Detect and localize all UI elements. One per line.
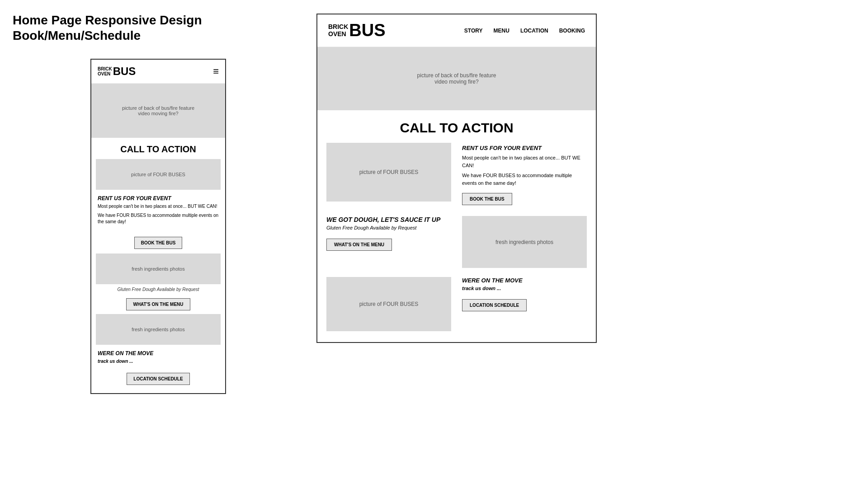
mobile-gluten-free-text: Gluten Free Dough Available by Request (91, 284, 225, 295)
nav-location[interactable]: LOCATION (520, 28, 548, 34)
mobile-brand-bus: BUS (113, 65, 136, 78)
mobile-rent-heading: RENT US FOR YOUR EVENT (98, 195, 219, 202)
desktop-location-schedule-button[interactable]: LOCATION SCHEDULE (462, 299, 527, 311)
mobile-track-text: track us down ... (98, 358, 219, 365)
desktop-gluten-text: Gluten Free Dough Available by Request (326, 225, 451, 230)
title-line2: Book/Menu/Schedule (13, 28, 141, 42)
mobile-move-section: WERE ON THE MOVE track us down ... (91, 345, 225, 369)
desktop-move-heading: WERE ON THE MOVE (462, 277, 587, 284)
mobile-brand-text: BRICKOVEN (98, 66, 112, 76)
nav-menu[interactable]: MENU (494, 28, 509, 34)
desktop-ingredients-label: fresh ingredients photos (495, 239, 553, 245)
desktop-section1: picture of FOUR BUSES RENT US FOR YOUR E… (317, 143, 596, 216)
desktop-book-bus-button[interactable]: BOOK THE BUS (462, 193, 512, 205)
mobile-cta-title: CALL TO ACTION (91, 138, 225, 159)
mobile-hero: picture of back of bus/fire feature vide… (91, 84, 225, 138)
title-line1: Home Page Responsive Design (13, 13, 202, 27)
desktop-rent-content: RENT US FOR YOUR EVENT Most people can't… (462, 143, 587, 207)
desktop-brand: BRICKOVEN BUS (328, 21, 386, 40)
desktop-brand-bus: BUS (349, 21, 385, 40)
mobile-rent-body1: Most people can't be in two places at on… (98, 203, 219, 210)
desktop-ingredients-image: fresh ingredients photos (462, 216, 587, 268)
desktop-whats-on-menu-button[interactable]: WHAT'S ON THE MENU (326, 239, 392, 251)
desktop-nav: STORY MENU LOCATION BOOKING (464, 28, 585, 34)
desktop-header: BRICKOVEN BUS STORY MENU LOCATION BOOKIN… (317, 14, 596, 47)
desktop-mockup: BRICKOVEN BUS STORY MENU LOCATION BOOKIN… (316, 14, 597, 343)
desktop-rent-body1: Most people can't be in two places at on… (462, 154, 587, 169)
hamburger-icon[interactable]: ≡ (213, 66, 219, 77)
mobile-location-schedule-button[interactable]: LOCATION SCHEDULE (127, 373, 189, 385)
nav-story[interactable]: STORY (464, 28, 483, 34)
desktop-section3: picture of FOUR BUSES WERE ON THE MOVE t… (317, 277, 596, 342)
desktop-section1-left: picture of FOUR BUSES (326, 143, 458, 207)
desktop-section2: WE GOT DOUGH, LET'S SAUCE IT UP Gluten F… (317, 216, 596, 277)
desktop-cta-title: CALL TO ACTION (317, 110, 596, 143)
desktop-four-buses-image: picture of FOUR BUSES (326, 143, 451, 202)
desktop-track-text: track us down ... (462, 286, 587, 291)
mobile-book-bus-button[interactable]: BOOK THE BUS (134, 237, 183, 249)
desktop-hero: picture of back of bus/fire feature vide… (317, 47, 596, 110)
mobile-rent-section: RENT US FOR YOUR EVENT Most people can't… (91, 190, 225, 233)
mobile-four-buses-image: picture of FOUR BUSES (96, 159, 221, 190)
desktop-section3-right: WERE ON THE MOVE track us down ... LOCAT… (458, 277, 587, 331)
desktop-hero-text: picture of back of bus/fire feature vide… (417, 72, 496, 85)
desktop-brand-text: BRICKOVEN (328, 23, 348, 38)
mobile-ingredients-image-2: fresh ingredients photos (96, 314, 221, 345)
desktop-rent-heading: RENT US FOR YOUR EVENT (462, 145, 587, 151)
mobile-move-heading: WERE ON THE MOVE (98, 350, 219, 357)
desktop-four-buses-label: picture of FOUR BUSES (359, 169, 419, 175)
mobile-rent-body2: We have FOUR BUSES to accommodate multip… (98, 212, 219, 225)
mobile-ingredients-image-1: fresh ingredients photos (96, 253, 221, 284)
mobile-brand: BRICKOVEN BUS (98, 65, 136, 78)
desktop-rent-body2: We have FOUR BUSES to accommodate multip… (462, 172, 587, 187)
mobile-four-buses-label: picture of FOUR BUSES (131, 172, 185, 177)
mobile-mockup: BRICKOVEN BUS ≡ picture of back of bus/f… (90, 59, 226, 394)
desktop-section3-left: picture of FOUR BUSES (326, 277, 451, 331)
mobile-whats-on-menu-button[interactable]: WHAT'S ON THE MENU (126, 298, 190, 310)
mobile-ingredients-label-1: fresh ingredients photos (132, 266, 184, 272)
mobile-ingredients-label-2: fresh ingredients photos (132, 327, 184, 332)
mobile-header: BRICKOVEN BUS ≡ (91, 60, 225, 84)
desktop-menu-heading: WE GOT DOUGH, LET'S SAUCE IT UP (326, 216, 451, 223)
desktop-four-buses-label-2: picture of FOUR BUSES (359, 301, 419, 307)
desktop-four-buses-image-2: picture of FOUR BUSES (326, 277, 451, 331)
desktop-section2-left: WE GOT DOUGH, LET'S SAUCE IT UP Gluten F… (326, 216, 455, 268)
desktop-section2-right: fresh ingredients photos (462, 216, 587, 268)
desktop-section1-right: RENT US FOR YOUR EVENT Most people can't… (458, 143, 587, 207)
nav-booking[interactable]: BOOKING (559, 28, 585, 34)
page-title: Home Page Responsive Design Book/Menu/Sc… (13, 13, 202, 43)
mobile-hero-text: picture of back of bus/fire feature vide… (122, 105, 194, 116)
